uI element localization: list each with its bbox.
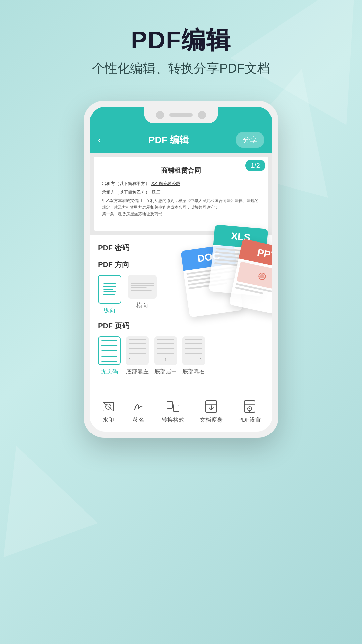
- watermark-icon: [101, 400, 116, 413]
- page-bottom-left[interactable]: 1 底部靠左: [126, 336, 149, 375]
- pdf-extra-line: 第一条：租赁房屋坐落地址及商铺...: [102, 211, 260, 217]
- toolbar-convert[interactable]: 转换格式: [162, 400, 184, 424]
- portrait-label: 纵向: [104, 306, 116, 314]
- bottom-left-icon: 1: [126, 336, 149, 365]
- bg-decoration-3: [0, 429, 98, 558]
- back-button[interactable]: ‹: [98, 135, 101, 145]
- phone-inner: ‹ PDF 编辑 分享 1/2 商铺租赁合同 出租方（以下简称甲方） XX 勉有…: [90, 107, 272, 432]
- camera-icon: [156, 111, 164, 119]
- pdf-body-text: 甲乙双方本着诚实信用，互利互惠的原则，根据《中华人民共和国合同法》法律、法规的规…: [102, 197, 260, 211]
- phone-outer: ‹ PDF 编辑 分享 1/2 商铺租赁合同 出租方（以下简称甲方） XX 勉有…: [84, 101, 278, 438]
- settings-icon: [242, 400, 257, 413]
- bottom-center-num: 1: [157, 357, 174, 362]
- convert-label: 转换格式: [162, 416, 184, 424]
- settings-label: PDF设置: [238, 416, 261, 424]
- orientation-portrait[interactable]: 纵向: [98, 275, 121, 314]
- bottom-right-label: 底部靠右: [182, 368, 205, 375]
- page-no-number[interactable]: 无页码: [98, 336, 121, 375]
- page-title: PDF编辑: [13, 27, 349, 53]
- bottom-center-label: 底部居中: [154, 368, 177, 375]
- page-bottom-center[interactable]: 1 底部居中: [154, 336, 177, 375]
- bottom-left-label: 底部靠左: [126, 368, 149, 375]
- landscape-label: 横向: [136, 301, 148, 309]
- toolbar-signature[interactable]: 签名: [131, 400, 146, 424]
- bottom-toolbar: 水印 签名: [90, 393, 272, 432]
- app-bar: ‹ PDF 编辑 分享: [90, 127, 272, 153]
- compress-label: 文档瘦身: [200, 416, 223, 424]
- phone-notch: [90, 107, 272, 127]
- toolbar-compress[interactable]: 文档瘦身: [200, 400, 223, 424]
- orientation-landscape[interactable]: 横向: [128, 275, 157, 314]
- landscape-icon: [128, 275, 157, 299]
- pdf-line1: 出租方（以下简称甲方） XX 勉有限公司: [102, 180, 260, 187]
- svg-point-13: [249, 408, 250, 409]
- floating-docs: DOC XLS: [185, 227, 272, 347]
- portrait-icon: [98, 275, 121, 304]
- toolbar-settings[interactable]: PDF设置: [238, 400, 261, 424]
- notch-cutout: [144, 107, 218, 123]
- no-number-label: 无页码: [101, 368, 118, 375]
- bottom-left-num: 1: [129, 357, 146, 362]
- app-bar-title: PDF 编辑: [148, 133, 189, 146]
- toolbar-watermark[interactable]: 水印: [101, 400, 116, 424]
- no-number-icon: [98, 336, 121, 365]
- pdf-doc-title: 商铺租赁合同: [102, 165, 260, 176]
- camera-icon-2: [198, 111, 206, 119]
- svg-rect-6: [174, 405, 179, 412]
- pdf-area: 1/2 商铺租赁合同 出租方（以下简称甲方） XX 勉有限公司 承租方（以下简称…: [90, 153, 272, 235]
- convert-icon: [166, 400, 180, 413]
- phone-mockup: ‹ PDF 编辑 分享 1/2 商铺租赁合同 出租方（以下简称甲方） XX 勉有…: [84, 101, 278, 438]
- svg-line-3: [103, 402, 114, 411]
- signature-icon: [131, 400, 146, 413]
- share-button[interactable]: 分享: [236, 132, 264, 148]
- compress-icon: [204, 400, 219, 413]
- watermark-label: 水印: [103, 416, 114, 424]
- pdf-page-badge: 1/2: [245, 160, 265, 171]
- bottom-center-icon: 1: [154, 336, 177, 365]
- bottom-right-num: 1: [185, 357, 202, 362]
- signature-label: 签名: [133, 416, 144, 424]
- portrait-lines: [102, 282, 117, 297]
- header: PDF编辑 个性化编辑、转换分享PDF文档: [0, 0, 362, 87]
- pdf-document: 商铺租赁合同 出租方（以下简称甲方） XX 勉有限公司 承租方（以下简称乙方） …: [94, 157, 268, 231]
- page-subtitle: 个性化编辑、转换分享PDF文档: [13, 60, 349, 77]
- pdf-line2: 承租方（以下简称乙方） 张三: [102, 189, 260, 196]
- svg-rect-5: [167, 401, 172, 408]
- speaker-icon: [169, 113, 193, 117]
